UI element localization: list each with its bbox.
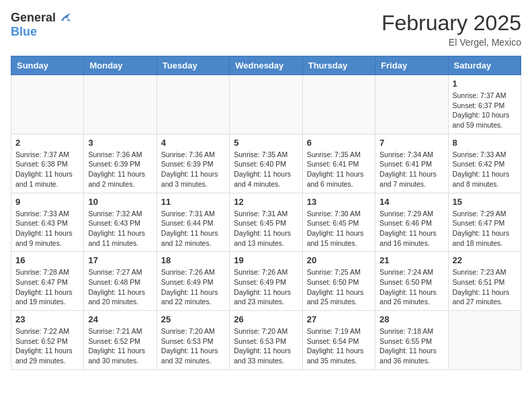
day-number: 3: [88, 138, 152, 148]
day-number: 15: [453, 197, 517, 207]
day-info: Sunrise: 7:24 AMSunset: 6:50 PMDaylight:…: [380, 267, 443, 307]
weekday-header-saturday: Saturday: [448, 56, 521, 75]
calendar-cell: 8Sunrise: 7:33 AMSunset: 6:42 PMDaylight…: [448, 134, 521, 193]
calendar-cell: 14Sunrise: 7:29 AMSunset: 6:46 PMDayligh…: [375, 193, 448, 252]
logo-blue: Blue: [11, 26, 72, 39]
day-number: 21: [380, 255, 443, 265]
location-title: El Vergel, Mexico: [382, 37, 521, 48]
day-info: Sunrise: 7:18 AMSunset: 6:55 PMDaylight:…: [380, 326, 443, 366]
calendar-cell: [157, 75, 229, 134]
day-number: 4: [161, 138, 225, 148]
calendar-cell: [375, 75, 448, 134]
day-info: Sunrise: 7:36 AMSunset: 6:39 PMDaylight:…: [161, 150, 225, 189]
calendar-cell: 3Sunrise: 7:36 AMSunset: 6:39 PMDaylight…: [84, 134, 157, 193]
day-info: Sunrise: 7:36 AMSunset: 6:39 PMDaylight:…: [88, 150, 152, 189]
day-info: Sunrise: 7:37 AMSunset: 6:38 PMDaylight:…: [15, 150, 79, 189]
day-info: Sunrise: 7:31 AMSunset: 6:44 PMDaylight:…: [161, 209, 225, 248]
calendar-cell: 27Sunrise: 7:19 AMSunset: 6:54 PMDayligh…: [302, 311, 375, 370]
day-info: Sunrise: 7:31 AMSunset: 6:45 PMDaylight:…: [234, 209, 298, 248]
day-number: 22: [453, 255, 517, 265]
calendar-cell: 17Sunrise: 7:27 AMSunset: 6:48 PMDayligh…: [84, 252, 157, 311]
calendar-cell: 11Sunrise: 7:31 AMSunset: 6:44 PMDayligh…: [157, 193, 229, 252]
day-info: Sunrise: 7:25 AMSunset: 6:50 PMDaylight:…: [307, 267, 371, 307]
day-number: 12: [234, 197, 298, 207]
day-info: Sunrise: 7:19 AMSunset: 6:54 PMDaylight:…: [307, 326, 371, 366]
calendar-header-row: SundayMondayTuesdayWednesdayThursdayFrid…: [11, 56, 521, 75]
calendar-cell: 24Sunrise: 7:21 AMSunset: 6:52 PMDayligh…: [84, 311, 157, 370]
day-info: Sunrise: 7:27 AMSunset: 6:48 PMDaylight:…: [88, 267, 152, 307]
day-number: 6: [307, 138, 371, 148]
day-info: Sunrise: 7:26 AMSunset: 6:49 PMDaylight:…: [161, 267, 225, 307]
calendar-week-row: 1Sunrise: 7:37 AMSunset: 6:37 PMDaylight…: [11, 75, 521, 134]
calendar-cell: 6Sunrise: 7:35 AMSunset: 6:41 PMDaylight…: [302, 134, 375, 193]
calendar-cell: 18Sunrise: 7:26 AMSunset: 6:49 PMDayligh…: [157, 252, 229, 311]
day-number: 24: [88, 314, 152, 324]
day-info: Sunrise: 7:29 AMSunset: 6:46 PMDaylight:…: [380, 209, 443, 248]
day-info: Sunrise: 7:29 AMSunset: 6:47 PMDaylight:…: [453, 209, 517, 248]
day-number: 7: [380, 138, 443, 148]
calendar-table: SundayMondayTuesdayWednesdayThursdayFrid…: [11, 56, 521, 370]
weekday-header-tuesday: Tuesday: [157, 56, 229, 75]
day-info: Sunrise: 7:20 AMSunset: 6:53 PMDaylight:…: [161, 326, 225, 366]
weekday-header-friday: Friday: [375, 56, 448, 75]
calendar-cell: 10Sunrise: 7:32 AMSunset: 6:43 PMDayligh…: [84, 193, 157, 252]
day-info: Sunrise: 7:33 AMSunset: 6:43 PMDaylight:…: [15, 209, 79, 248]
day-info: Sunrise: 7:30 AMSunset: 6:45 PMDaylight:…: [307, 209, 371, 248]
calendar-cell: 12Sunrise: 7:31 AMSunset: 6:45 PMDayligh…: [230, 193, 302, 252]
calendar-cell: [302, 75, 375, 134]
day-number: 13: [307, 197, 371, 207]
day-info: Sunrise: 7:21 AMSunset: 6:52 PMDaylight:…: [88, 326, 152, 366]
day-number: 25: [161, 314, 225, 324]
calendar-cell: 13Sunrise: 7:30 AMSunset: 6:45 PMDayligh…: [302, 193, 375, 252]
day-number: 9: [15, 197, 79, 207]
weekday-header-sunday: Sunday: [11, 56, 84, 75]
calendar-week-row: 9Sunrise: 7:33 AMSunset: 6:43 PMDaylight…: [11, 193, 521, 252]
calendar-cell: [11, 75, 84, 134]
calendar-cell: 16Sunrise: 7:28 AMSunset: 6:47 PMDayligh…: [11, 252, 84, 311]
calendar-cell: 26Sunrise: 7:20 AMSunset: 6:53 PMDayligh…: [230, 311, 302, 370]
day-number: 11: [161, 197, 225, 207]
day-number: 26: [234, 314, 298, 324]
day-number: 8: [453, 138, 517, 148]
calendar-cell: [84, 75, 157, 134]
calendar-cell: 4Sunrise: 7:36 AMSunset: 6:39 PMDaylight…: [157, 134, 229, 193]
day-number: 2: [15, 138, 79, 148]
day-info: Sunrise: 7:32 AMSunset: 6:43 PMDaylight:…: [88, 209, 152, 248]
day-info: Sunrise: 7:23 AMSunset: 6:51 PMDaylight:…: [453, 267, 517, 307]
day-number: 19: [234, 255, 298, 265]
title-area: February 2025 El Vergel, Mexico: [382, 11, 521, 48]
day-info: Sunrise: 7:33 AMSunset: 6:42 PMDaylight:…: [453, 150, 517, 189]
logo-general: General: [11, 11, 56, 25]
day-info: Sunrise: 7:28 AMSunset: 6:47 PMDaylight:…: [15, 267, 79, 307]
calendar-cell: 2Sunrise: 7:37 AMSunset: 6:38 PMDaylight…: [11, 134, 84, 193]
day-number: 5: [234, 138, 298, 148]
day-info: Sunrise: 7:35 AMSunset: 6:40 PMDaylight:…: [234, 150, 298, 189]
calendar-week-row: 23Sunrise: 7:22 AMSunset: 6:52 PMDayligh…: [11, 311, 521, 370]
day-number: 16: [15, 255, 79, 265]
calendar-cell: 15Sunrise: 7:29 AMSunset: 6:47 PMDayligh…: [448, 193, 521, 252]
weekday-header-monday: Monday: [84, 56, 157, 75]
day-info: Sunrise: 7:22 AMSunset: 6:52 PMDaylight:…: [15, 326, 79, 366]
weekday-header-wednesday: Wednesday: [230, 56, 302, 75]
calendar-cell: 7Sunrise: 7:34 AMSunset: 6:41 PMDaylight…: [375, 134, 448, 193]
day-number: 23: [15, 314, 79, 324]
weekday-header-thursday: Thursday: [302, 56, 375, 75]
calendar-week-row: 2Sunrise: 7:37 AMSunset: 6:38 PMDaylight…: [11, 134, 521, 193]
calendar-cell: 25Sunrise: 7:20 AMSunset: 6:53 PMDayligh…: [157, 311, 229, 370]
calendar-cell: 19Sunrise: 7:26 AMSunset: 6:49 PMDayligh…: [230, 252, 302, 311]
day-number: 14: [380, 197, 443, 207]
calendar-cell: [230, 75, 302, 134]
day-info: Sunrise: 7:37 AMSunset: 6:37 PMDaylight:…: [453, 91, 517, 130]
day-number: 20: [307, 255, 371, 265]
calendar-cell: [448, 311, 521, 370]
day-info: Sunrise: 7:34 AMSunset: 6:41 PMDaylight:…: [380, 150, 443, 189]
calendar-cell: 9Sunrise: 7:33 AMSunset: 6:43 PMDaylight…: [11, 193, 84, 252]
calendar-cell: 1Sunrise: 7:37 AMSunset: 6:37 PMDaylight…: [448, 75, 521, 134]
day-number: 17: [88, 255, 152, 265]
calendar-cell: 23Sunrise: 7:22 AMSunset: 6:52 PMDayligh…: [11, 311, 84, 370]
calendar-cell: 5Sunrise: 7:35 AMSunset: 6:40 PMDaylight…: [230, 134, 302, 193]
calendar-cell: 22Sunrise: 7:23 AMSunset: 6:51 PMDayligh…: [448, 252, 521, 311]
day-info: Sunrise: 7:26 AMSunset: 6:49 PMDaylight:…: [234, 267, 298, 307]
day-number: 27: [307, 314, 371, 324]
calendar-cell: 28Sunrise: 7:18 AMSunset: 6:55 PMDayligh…: [375, 311, 448, 370]
